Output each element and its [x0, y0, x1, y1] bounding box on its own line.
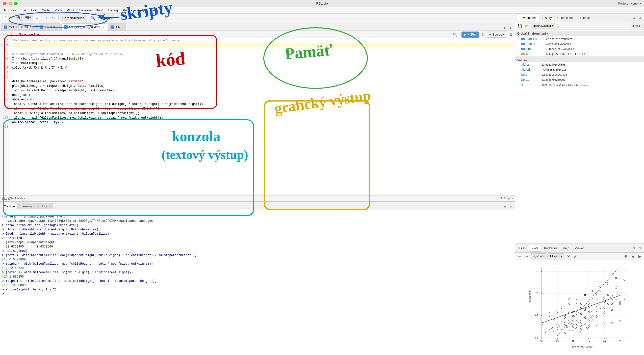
save-all-button[interactable]: 💾💾	[23, 15, 33, 21]
menu-rstudio[interactable]: RStudio	[2, 8, 18, 13]
svg-line-32	[542, 295, 620, 323]
menu-help[interactable]: Help	[148, 8, 159, 13]
go-to-file-button[interactable]: Go to file/function	[61, 15, 86, 21]
menu-plots[interactable]: Plots	[65, 8, 76, 13]
source-on-save-label[interactable]: Source on Save	[15, 33, 40, 36]
zoom-button[interactable]: 🔍 Zoom	[531, 253, 546, 259]
source-on-save-checkbox[interactable]	[15, 33, 18, 36]
expand-files-icon[interactable]: ⊡	[637, 245, 642, 251]
settings-plot-icon[interactable]: ⚙	[623, 254, 628, 259]
new-file-icon[interactable]: 📄	[2, 15, 7, 21]
env-row-manilius[interactable]: manilius 27 obs. of 4 variables	[515, 36, 644, 41]
tab-tutorial[interactable]: Tutorial	[577, 15, 592, 21]
tab-close-iswr[interactable]: ×	[57, 26, 58, 29]
find-icon[interactable]: 🔍	[90, 15, 96, 21]
jobs-close[interactable]: ×	[49, 205, 50, 208]
source-options-icon[interactable]: ⚙	[508, 32, 513, 37]
expand-env-icon[interactable]: ⊡	[637, 15, 642, 21]
menu-file[interactable]: File	[19, 8, 28, 13]
menu-edit[interactable]: Edit	[29, 8, 39, 13]
addins-button[interactable]: Addins ▾	[100, 15, 114, 21]
tab-files[interactable]: Files	[517, 245, 528, 252]
collapse-files-icon[interactable]: ⊟	[631, 245, 636, 251]
scroll-right-icon[interactable]: ▶	[637, 254, 642, 259]
menu-tools[interactable]: Tools	[135, 8, 147, 13]
code-editor[interactable]: 84 85 86 87 88 89 90 91 92 93 94 95 96 9…	[0, 38, 515, 195]
import-dataset-button[interactable]: Import Dataset ▾	[531, 23, 555, 29]
run-button[interactable]: ▶ ► Run	[461, 32, 479, 38]
env-row-x[interactable]: X num [1:27, 1:3] 1 1 1 1 1 1 1 1 1 1 ..…	[515, 51, 644, 57]
export-button[interactable]: ⬆ Export ▾	[547, 253, 564, 259]
editor-global-toolbar: 📄 📂 💾 💾💾 🖨 ↩ ↪ Go to file/function 🔍 Add…	[0, 14, 515, 22]
code-level[interactable]: (Top Level) ▾	[9, 197, 25, 200]
tab-iswr[interactable]: ISwR.R ×	[37, 23, 61, 31]
source-button[interactable]: ⇒ Source ▾	[487, 32, 507, 38]
expand-console-icon[interactable]: ⊡	[508, 204, 514, 209]
save-env-icon[interactable]: 💾	[517, 23, 522, 29]
load-env-icon[interactable]: 📂	[524, 23, 529, 29]
tab-close-cv1[interactable]: ×	[32, 26, 34, 29]
tab-close-1r[interactable]: ×	[122, 26, 123, 29]
env-name-alpha: alpha	[521, 63, 542, 66]
tab-1r[interactable]: 1.R ×	[108, 23, 126, 31]
tab-help[interactable]: Help	[560, 245, 572, 252]
tab-viewer[interactable]: Viewer	[572, 245, 586, 252]
terminal-close[interactable]: ×	[34, 205, 35, 208]
prev-plot-icon[interactable]: ←	[517, 254, 522, 259]
svg-point-89	[584, 309, 586, 311]
rerun-icon[interactable]: ↻	[480, 32, 486, 37]
expand-editor-icon[interactable]: ⊡	[508, 25, 514, 31]
tab-packages[interactable]: Packages	[542, 245, 560, 252]
tab-jobs[interactable]: Jobs ×	[38, 203, 53, 209]
redo-icon[interactable]: ↪	[51, 15, 56, 21]
svg-point-147	[545, 331, 546, 332]
files-section: Files Plots Packages Help Viewer ⊟ ⊡	[515, 244, 644, 355]
tab-close-cv1solved[interactable]: ×	[103, 26, 105, 29]
console-content[interactable]: ~/ the admin - a binary packages are in …	[0, 209, 515, 355]
close-button[interactable]	[3, 2, 7, 5]
menu-session[interactable]: Session	[77, 8, 93, 13]
env-row-pima[interactable]: pima 768 obs. of 9 variables	[515, 46, 644, 51]
menu-code[interactable]: Code	[40, 8, 52, 13]
tab-cv1[interactable]: Cv1_LL_2020.R ×	[1, 23, 37, 31]
prev-change-icon[interactable]: ←	[2, 32, 7, 37]
console-line-2: the admin - a binary packages are in	[2, 215, 513, 219]
next-change-icon[interactable]: →	[8, 32, 14, 37]
code-line-93: data(GaltonFamilies, package="HistData")	[12, 79, 513, 84]
menu-build[interactable]: Build	[94, 8, 105, 13]
delete-plot-icon[interactable]: ✖	[566, 254, 571, 259]
open-file-icon[interactable]: 📂	[8, 15, 14, 21]
tab-environment[interactable]: Environment	[517, 15, 539, 21]
tab-history[interactable]: History	[540, 15, 554, 21]
menu-view[interactable]: View	[53, 8, 64, 13]
minimize-button[interactable]	[9, 2, 12, 5]
print-icon[interactable]: 🖨	[34, 15, 40, 21]
svg-point-141	[603, 311, 604, 312]
env-row-moon3[interactable]: moon3 3 obs. of 4 variables	[515, 41, 644, 46]
menu-profile[interactable]: Profile	[121, 8, 134, 13]
search-code-icon[interactable]: 🔍	[452, 32, 458, 37]
tab-connections[interactable]: Connections	[555, 15, 577, 21]
list-view-button[interactable]: List ▾	[631, 23, 642, 29]
collapse-console-icon[interactable]: ⊟	[502, 204, 508, 209]
save-button[interactable]: 💾	[15, 15, 22, 21]
maximize-button[interactable]	[14, 2, 18, 5]
scroll-left-icon[interactable]: ◀	[630, 254, 635, 259]
env-dropdown[interactable]: Global Environment ▾	[517, 31, 548, 36]
next-plot-icon[interactable]: →	[524, 254, 529, 259]
code-content[interactable]: #he chose them so that sinang was as dif…	[10, 38, 515, 195]
tab-plots[interactable]: Plots	[529, 245, 541, 252]
env-icon-x	[521, 53, 525, 55]
tab-cv1solved[interactable]: Cv1_LL_2020_solved.R ×	[61, 23, 107, 31]
collapse-editor-icon[interactable]: ⊟	[502, 25, 508, 31]
script-type[interactable]: R Script ▾	[501, 197, 513, 200]
clear-env-icon[interactable]: 🧹	[556, 23, 562, 29]
menu-debug[interactable]: Debug	[106, 8, 120, 13]
tab-viewer-label: Viewer	[575, 247, 584, 250]
brush-icon[interactable]: 🖊	[573, 254, 578, 259]
collapse-env-icon[interactable]: ⊟	[631, 15, 636, 21]
tab-terminal[interactable]: Terminal ×	[18, 203, 38, 209]
undo-icon[interactable]: ↩	[44, 15, 50, 21]
project-selector[interactable]: Project: (None) ▾	[618, 2, 641, 5]
tab-console[interactable]: Console	[1, 203, 18, 209]
